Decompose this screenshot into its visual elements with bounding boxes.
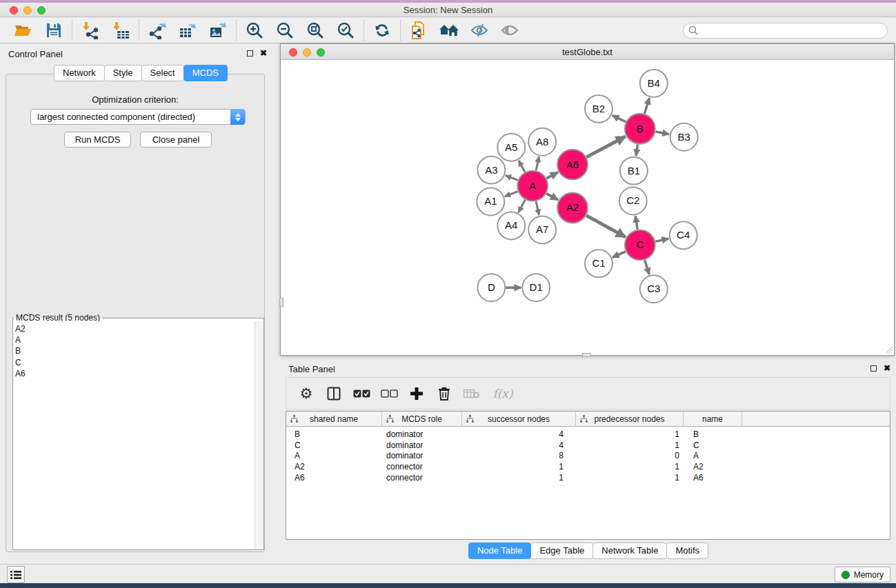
node-B4[interactable]: B4 [640,70,668,97]
search-input[interactable] [683,23,888,39]
node-D[interactable]: D [477,274,505,301]
minimize-window-button[interactable] [23,6,32,14]
delete-table-button[interactable] [460,383,484,404]
mcds-result-list[interactable]: A2ABCA6 [13,321,255,549]
table-row[interactable]: Cdominator41C [286,440,890,451]
mcds-result-item[interactable]: A2 [15,323,255,334]
import-table-button[interactable] [109,20,132,41]
mcds-result-item[interactable]: B [15,345,255,356]
close-panel-button[interactable]: Close panel [140,132,212,148]
edge-C-C1[interactable] [613,252,626,258]
tab-node-table[interactable]: Node Table [468,543,532,559]
tab-style[interactable]: Style [104,65,142,81]
new-network-from-selection-button[interactable] [407,20,430,41]
node-B3[interactable]: B3 [670,123,698,151]
edge-A-A5[interactable] [519,161,525,172]
zoom-out-button[interactable] [273,20,297,41]
node-C2[interactable]: C2 [619,187,647,215]
edge-B-B2[interactable] [613,115,626,121]
zoom-fit-button[interactable] [303,20,327,41]
node-A1[interactable]: A1 [477,188,504,216]
edge-A-A8[interactable] [536,156,539,170]
table-row[interactable]: Adominator80A [286,450,890,461]
edge-B-B3[interactable] [655,132,669,134]
select-all-columns-button[interactable] [350,383,373,404]
close-table-panel-icon[interactable]: ✖ [884,363,890,373]
show-graphics-details-button[interactable] [498,20,521,41]
network-graph[interactable]: B4B2B3A8A5A3B1A1C2A4A7C4C1C3DD1BA6AA2C [281,61,894,355]
edge-B-B4[interactable] [644,98,649,114]
mcds-result-item[interactable]: C [15,357,255,368]
mcds-result-scrollbar[interactable] [255,321,263,549]
unselect-all-columns-button[interactable] [377,383,401,404]
node-A3[interactable]: A3 [477,156,505,184]
column-header-shared-name[interactable]: shared name [286,412,382,427]
mcds-result-item[interactable]: A6 [15,368,255,379]
node-A7[interactable]: A7 [528,216,556,243]
table-options-button[interactable]: ⚙ [295,383,318,404]
edge-A6-B[interactable] [586,136,625,157]
column-header-successor-nodes[interactable]: successor nodes [462,412,576,427]
edge-C-C4[interactable] [655,239,668,241]
task-history-button[interactable] [7,566,25,583]
close-network-window-button[interactable] [289,48,297,57]
column-split-button[interactable] [322,383,346,404]
node-B2[interactable]: B2 [585,95,613,123]
table-row[interactable]: A2connector11A2 [286,461,890,472]
table-row[interactable]: A6connector11A6 [286,472,890,483]
open-session-button[interactable] [12,20,35,41]
node-A8[interactable]: A8 [528,128,556,156]
column-header-name[interactable]: name [684,412,742,427]
tab-network[interactable]: Network [54,65,105,81]
close-window-button[interactable] [10,6,18,14]
import-network-button[interactable] [79,20,102,41]
export-table-button[interactable] [176,20,199,41]
node-C3[interactable]: C3 [640,275,668,303]
run-mcds-button[interactable]: Run MCDS [64,132,131,148]
tab-motifs[interactable]: Motifs [666,543,708,559]
mcds-result-item[interactable]: A [15,334,255,345]
save-session-button[interactable] [42,20,66,41]
zoom-window-button[interactable] [37,6,46,14]
node-A4[interactable]: A4 [497,212,525,239]
add-column-button[interactable] [405,383,428,404]
function-builder-button[interactable]: f(x) [488,383,518,404]
network-canvas[interactable]: B4B2B3A8A5A3B1A1C2A4A7C4C1C3DD1BA6AA2C [281,61,894,355]
node-C[interactable]: C [625,230,655,260]
edge-A-A3[interactable] [506,175,518,180]
float-panel-icon[interactable] [247,50,253,57]
tab-mcds[interactable]: MCDS [183,65,228,81]
cybrowser-home-button[interactable] [437,20,461,41]
float-table-panel-icon[interactable] [870,365,877,372]
delete-columns-button[interactable] [432,383,456,404]
table-row[interactable]: Bdominator41B [286,429,890,440]
edge-A-A1[interactable] [505,192,518,196]
hide-panels-button[interactable] [468,20,491,41]
resize-grip-icon[interactable] [884,345,893,354]
node-A6[interactable]: A6 [557,150,588,180]
splitter-handle-horizontal[interactable] [582,353,591,357]
edge-A-A2[interactable] [546,194,558,200]
node-C4[interactable]: C4 [670,221,697,249]
edge-A-A4[interactable] [519,200,526,212]
edge-A-A7[interactable] [536,201,539,215]
network-window-titlebar[interactable]: testGlobe.txt [281,44,894,60]
tab-network-table[interactable]: Network Table [593,543,667,559]
node-C1[interactable]: C1 [585,250,613,277]
export-image-button[interactable] [206,20,230,41]
memory-button[interactable]: Memory [835,567,890,582]
node-A2[interactable]: A2 [557,193,588,223]
node-B[interactable]: B [625,114,655,144]
refresh-layout-button[interactable] [370,20,394,41]
zoom-network-window-button[interactable] [317,48,325,57]
edge-A2-C[interactable] [586,216,626,237]
column-header-predecessor-nodes[interactable]: predecessor nodes [576,412,684,427]
edge-C-C2[interactable] [635,216,637,229]
column-header-MCDS-role[interactable]: MCDS role [382,412,462,427]
export-network-button[interactable] [146,20,169,41]
zoom-in-button[interactable] [243,20,266,41]
splitter-handle-vertical[interactable] [279,298,283,307]
minimize-network-window-button[interactable] [303,48,311,57]
criterion-dropdown[interactable]: largest connected component (directed) [30,109,246,125]
node-A5[interactable]: A5 [497,134,525,161]
